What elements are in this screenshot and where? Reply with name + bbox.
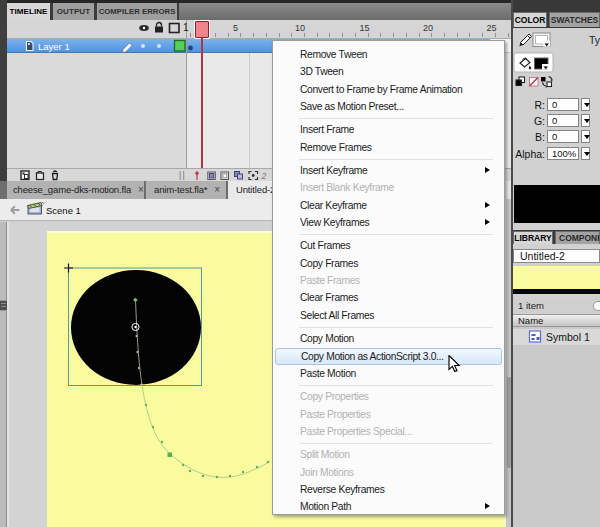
svg-text:Ty: Ty: [589, 34, 600, 46]
svg-text:Scene 1: Scene 1: [46, 205, 81, 216]
svg-text:2: 2: [261, 171, 267, 181]
svg-text:Layer 1: Layer 1: [38, 41, 70, 52]
